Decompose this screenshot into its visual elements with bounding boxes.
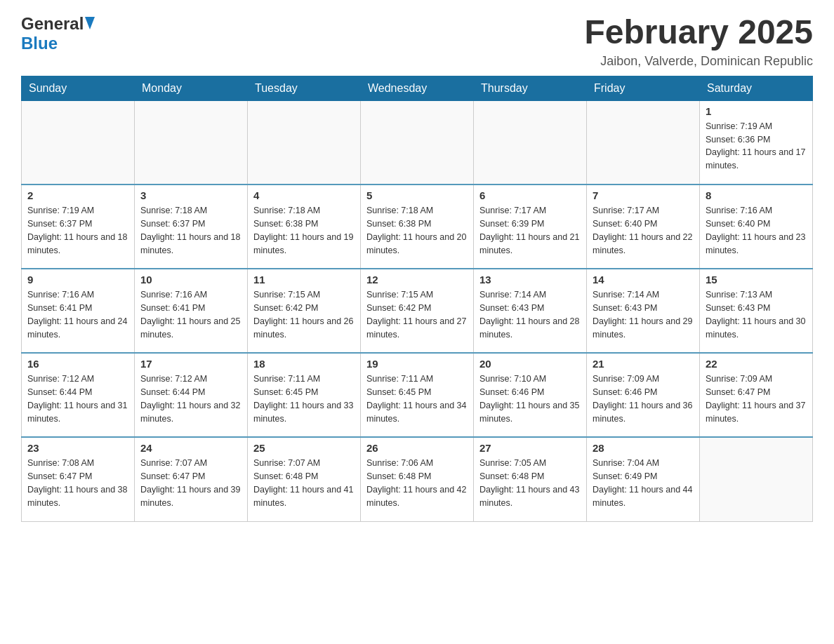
day-number: 19 [366,358,468,370]
page-header: General Blue February 2025 Jaibon, Valve… [21,14,813,69]
day-info: Sunrise: 7:19 AM Sunset: 6:37 PM Dayligh… [27,204,128,257]
calendar-day [587,100,700,185]
day-info: Sunrise: 7:18 AM Sunset: 6:38 PM Dayligh… [253,204,355,257]
calendar-day: 25Sunrise: 7:07 AM Sunset: 6:48 PM Dayli… [248,437,361,521]
day-info: Sunrise: 7:16 AM Sunset: 6:41 PM Dayligh… [27,288,128,341]
day-info: Sunrise: 7:09 AM Sunset: 6:46 PM Dayligh… [593,373,694,425]
day-info: Sunrise: 7:19 AM Sunset: 6:36 PM Dayligh… [706,120,807,173]
day-info: Sunrise: 7:16 AM Sunset: 6:41 PM Dayligh… [140,288,241,341]
calendar-week-row: 9Sunrise: 7:16 AM Sunset: 6:41 PM Daylig… [22,269,813,353]
header-sunday: Sunday [22,76,135,100]
header-saturday: Saturday [700,76,813,100]
calendar-day [700,437,813,521]
calendar-day [474,100,587,185]
day-info: Sunrise: 7:12 AM Sunset: 6:44 PM Dayligh… [140,373,241,425]
logo: General Blue [21,14,96,53]
calendar-day: 14Sunrise: 7:14 AM Sunset: 6:43 PM Dayli… [587,269,700,353]
day-number: 13 [479,274,581,286]
day-info: Sunrise: 7:17 AM Sunset: 6:39 PM Dayligh… [479,204,581,257]
day-info: Sunrise: 7:12 AM Sunset: 6:44 PM Dayligh… [27,373,128,425]
logo-general-text: General [21,14,84,34]
day-number: 9 [27,274,128,286]
day-info: Sunrise: 7:18 AM Sunset: 6:37 PM Dayligh… [140,204,241,257]
day-info: Sunrise: 7:05 AM Sunset: 6:48 PM Dayligh… [479,457,581,509]
day-number: 26 [366,442,468,454]
calendar-week-row: 23Sunrise: 7:08 AM Sunset: 6:47 PM Dayli… [22,437,813,521]
calendar-day: 9Sunrise: 7:16 AM Sunset: 6:41 PM Daylig… [22,269,135,353]
day-number: 1 [706,105,807,117]
day-info: Sunrise: 7:16 AM Sunset: 6:40 PM Dayligh… [706,204,807,257]
calendar-day: 16Sunrise: 7:12 AM Sunset: 6:44 PM Dayli… [22,353,135,437]
day-info: Sunrise: 7:15 AM Sunset: 6:42 PM Dayligh… [366,288,468,341]
day-number: 6 [479,189,581,201]
day-info: Sunrise: 7:17 AM Sunset: 6:40 PM Dayligh… [593,204,694,257]
day-number: 2 [27,189,128,201]
day-number: 4 [253,189,355,201]
day-number: 14 [593,274,694,286]
header-monday: Monday [135,76,248,100]
calendar-day [248,100,361,185]
calendar-header: Sunday Monday Tuesday Wednesday Thursday… [22,76,813,100]
logo-triangle-icon [84,17,96,31]
header-wednesday: Wednesday [361,76,474,100]
day-number: 21 [593,358,694,370]
day-info: Sunrise: 7:08 AM Sunset: 6:47 PM Dayligh… [27,457,128,509]
day-number: 12 [366,274,468,286]
calendar-day: 7Sunrise: 7:17 AM Sunset: 6:40 PM Daylig… [587,185,700,269]
calendar-day: 24Sunrise: 7:07 AM Sunset: 6:47 PM Dayli… [135,437,248,521]
calendar-day: 15Sunrise: 7:13 AM Sunset: 6:43 PM Dayli… [700,269,813,353]
day-number: 5 [366,189,468,201]
day-number: 16 [27,358,128,370]
calendar-week-row: 2Sunrise: 7:19 AM Sunset: 6:37 PM Daylig… [22,185,813,269]
calendar-day: 10Sunrise: 7:16 AM Sunset: 6:41 PM Dayli… [135,269,248,353]
weekday-header-row: Sunday Monday Tuesday Wednesday Thursday… [22,76,813,100]
calendar-day: 12Sunrise: 7:15 AM Sunset: 6:42 PM Dayli… [361,269,474,353]
day-info: Sunrise: 7:14 AM Sunset: 6:43 PM Dayligh… [593,288,694,341]
header-friday: Friday [587,76,700,100]
day-info: Sunrise: 7:06 AM Sunset: 6:48 PM Dayligh… [366,457,468,509]
day-info: Sunrise: 7:18 AM Sunset: 6:38 PM Dayligh… [366,204,468,257]
calendar-day: 26Sunrise: 7:06 AM Sunset: 6:48 PM Dayli… [361,437,474,521]
header-tuesday: Tuesday [248,76,361,100]
calendar-week-row: 1Sunrise: 7:19 AM Sunset: 6:36 PM Daylig… [22,100,813,185]
day-number: 15 [706,274,807,286]
calendar-day: 19Sunrise: 7:11 AM Sunset: 6:45 PM Dayli… [361,353,474,437]
day-number: 24 [140,442,241,454]
calendar-day: 13Sunrise: 7:14 AM Sunset: 6:43 PM Dayli… [474,269,587,353]
day-number: 10 [140,274,241,286]
day-number: 3 [140,189,241,201]
day-number: 18 [253,358,355,370]
calendar-day: 28Sunrise: 7:04 AM Sunset: 6:49 PM Dayli… [587,437,700,521]
calendar-day: 5Sunrise: 7:18 AM Sunset: 6:38 PM Daylig… [361,185,474,269]
day-number: 17 [140,358,241,370]
calendar-day: 6Sunrise: 7:17 AM Sunset: 6:39 PM Daylig… [474,185,587,269]
day-info: Sunrise: 7:11 AM Sunset: 6:45 PM Dayligh… [366,373,468,425]
calendar-week-row: 16Sunrise: 7:12 AM Sunset: 6:44 PM Dayli… [22,353,813,437]
calendar-day: 22Sunrise: 7:09 AM Sunset: 6:47 PM Dayli… [700,353,813,437]
day-number: 25 [253,442,355,454]
day-info: Sunrise: 7:11 AM Sunset: 6:45 PM Dayligh… [253,373,355,425]
location-subtitle: Jaibon, Valverde, Dominican Republic [584,54,813,69]
title-section: February 2025 Jaibon, Valverde, Dominica… [584,14,813,69]
logo-blue-text: Blue [21,34,58,53]
calendar-day: 18Sunrise: 7:11 AM Sunset: 6:45 PM Dayli… [248,353,361,437]
calendar-day: 21Sunrise: 7:09 AM Sunset: 6:46 PM Dayli… [587,353,700,437]
calendar-day: 11Sunrise: 7:15 AM Sunset: 6:42 PM Dayli… [248,269,361,353]
day-info: Sunrise: 7:09 AM Sunset: 6:47 PM Dayligh… [706,373,807,425]
month-year-title: February 2025 [584,14,813,51]
day-number: 27 [479,442,581,454]
day-info: Sunrise: 7:07 AM Sunset: 6:48 PM Dayligh… [253,457,355,509]
day-info: Sunrise: 7:15 AM Sunset: 6:42 PM Dayligh… [253,288,355,341]
calendar-day [361,100,474,185]
calendar-day: 23Sunrise: 7:08 AM Sunset: 6:47 PM Dayli… [22,437,135,521]
calendar-day: 8Sunrise: 7:16 AM Sunset: 6:40 PM Daylig… [700,185,813,269]
calendar-table: Sunday Monday Tuesday Wednesday Thursday… [21,76,813,522]
calendar-day: 20Sunrise: 7:10 AM Sunset: 6:46 PM Dayli… [474,353,587,437]
day-info: Sunrise: 7:07 AM Sunset: 6:47 PM Dayligh… [140,457,241,509]
day-number: 23 [27,442,128,454]
day-number: 20 [479,358,581,370]
day-number: 8 [706,189,807,201]
calendar-day: 3Sunrise: 7:18 AM Sunset: 6:37 PM Daylig… [135,185,248,269]
calendar-day: 17Sunrise: 7:12 AM Sunset: 6:44 PM Dayli… [135,353,248,437]
calendar-day: 2Sunrise: 7:19 AM Sunset: 6:37 PM Daylig… [22,185,135,269]
